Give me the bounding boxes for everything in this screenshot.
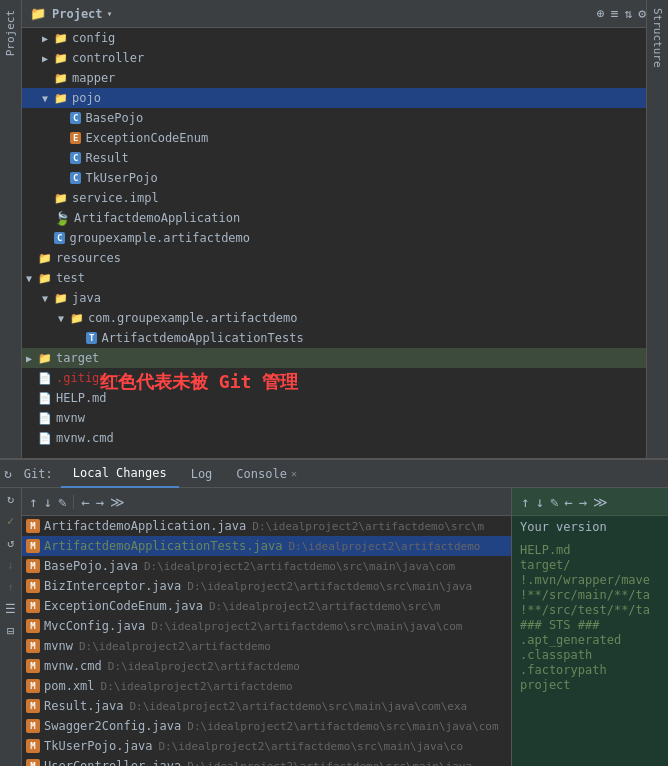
- tree-item-tkuserpojo[interactable]: ▶ C TkUserPojo: [22, 168, 668, 188]
- tree-item-config[interactable]: ▶ 📁 config: [22, 28, 668, 48]
- tree-label-group: groupexample.artifactdemo: [69, 231, 250, 245]
- rpt-more[interactable]: ≫: [593, 494, 608, 510]
- toolbar-icon-2[interactable]: ≡: [611, 6, 619, 21]
- folder-icon-target: 📁: [38, 352, 52, 365]
- tree-item-target[interactable]: ▶ 📁 target: [22, 348, 668, 368]
- bottom-refresh-icon[interactable]: ↻: [4, 466, 12, 481]
- tree-label-com-group: com.groupexample.artifactdemo: [88, 311, 298, 325]
- file-path-6: D:\idealproject2\artifactdemo: [79, 640, 271, 653]
- tree-label-basepojo: BasePojo: [85, 111, 143, 125]
- file-row-9[interactable]: M Result.java D:\idealproject2\artifactd…: [22, 696, 511, 716]
- file-row-4[interactable]: M ExceptionCodeEnum.java D:\idealproject…: [22, 596, 511, 616]
- fl-toolbar-more[interactable]: ≫: [110, 494, 125, 510]
- file-status-2: M: [26, 559, 40, 573]
- title-dropdown-arrow[interactable]: ▾: [107, 8, 113, 19]
- file-path-7: D:\idealproject2\artifactdemo: [108, 660, 300, 673]
- bottom-check-icon[interactable]: ✓: [7, 514, 14, 528]
- tree-item-basepojo[interactable]: ▶ C BasePojo: [22, 108, 668, 128]
- structure-label: Structure: [651, 0, 664, 68]
- right-line-8: .classpath: [520, 648, 660, 662]
- tree-label-pojo: pojo: [72, 91, 101, 105]
- bottom-left-icons: ↻ ✓ ↺ ↓ ↑ ☰ ⊟: [0, 488, 22, 766]
- tree-item-app[interactable]: ▶ 🍃 ArtifactdemoApplication: [22, 208, 668, 228]
- file-row-10[interactable]: M Swagger2Config.java D:\idealproject2\a…: [22, 716, 511, 736]
- structure-side-panel[interactable]: Structure: [646, 0, 668, 460]
- rpt-edit[interactable]: ✎: [550, 494, 558, 510]
- rpt-forward[interactable]: →: [579, 494, 587, 510]
- file-list-toolbar: ↑ ↓ ✎ ← → ≫: [22, 488, 511, 516]
- tree-item-exceptioncodeenum[interactable]: ▶ E ExceptionCodeEnum: [22, 128, 668, 148]
- tree-item-mvnwcmd[interactable]: ▶ 📄 mvnw.cmd: [22, 428, 668, 448]
- folder-icon-pojo: 📁: [54, 92, 68, 105]
- rpt-arrow-up[interactable]: ↑: [521, 494, 529, 510]
- bottom-expand-icon[interactable]: ↻: [7, 492, 14, 506]
- tree-item-pojo[interactable]: ▼ 📁 pojo: [22, 88, 668, 108]
- right-line-10: project: [520, 678, 660, 692]
- tab-log[interactable]: Log: [179, 460, 225, 488]
- rpt-arrow-down[interactable]: ↓: [535, 494, 543, 510]
- file-row-2[interactable]: M BasePojo.java D:\idealproject2\artifac…: [22, 556, 511, 576]
- file-path-10: D:\idealproject2\artifactdemo\src\main\j…: [187, 720, 498, 733]
- file-path-2: D:\idealproject2\artifactdemo\src\main\j…: [144, 560, 455, 573]
- tree-item-apptests[interactable]: ▶ T ArtifactdemoApplicationTests: [22, 328, 668, 348]
- file-status-1: M: [26, 539, 40, 553]
- toolbar-icon-1[interactable]: ⊕: [597, 6, 605, 21]
- file-path-9: D:\idealproject2\artifactdemo\src\main\j…: [129, 700, 467, 713]
- file-row-5[interactable]: M MvcConfig.java D:\idealproject2\artifa…: [22, 616, 511, 636]
- tab-console-close[interactable]: ✕: [291, 468, 297, 479]
- file-name-7: mvnw.cmd: [44, 659, 102, 673]
- tree-item-resources[interactable]: ▶ 📁 resources: [22, 248, 668, 268]
- tree-item-serviceimpl[interactable]: ▶ 📁 service.impl: [22, 188, 668, 208]
- tab-local-changes[interactable]: Local Changes: [61, 460, 179, 488]
- file-status-11: M: [26, 739, 40, 753]
- file-row-12[interactable]: M UserController.java D:\idealproject2\a…: [22, 756, 511, 766]
- bottom-undo-icon[interactable]: ↺: [7, 536, 14, 550]
- toolbar-icon-3[interactable]: ⇅: [625, 6, 633, 21]
- file-row-0[interactable]: M ArtifactdemoApplication.java D:\idealp…: [22, 516, 511, 536]
- tree-item-gitignore[interactable]: ▶ 📄 .gitignore: [22, 368, 668, 388]
- fl-toolbar-arrow-down[interactable]: ↓: [43, 494, 51, 510]
- file-icon-mvnw: 📄: [38, 412, 52, 425]
- file-name-6: mvnw: [44, 639, 73, 653]
- file-row-8[interactable]: M pom.xml D:\idealproject2\artifactdemo: [22, 676, 511, 696]
- right-panel-content: HELP.md target/ !.mvn/wrapper/mave !**/s…: [512, 538, 668, 766]
- tree-item-controller[interactable]: ▶ 📁 controller: [22, 48, 668, 68]
- arrow-target: ▶: [26, 353, 36, 364]
- fl-toolbar-forward[interactable]: →: [96, 494, 104, 510]
- file-row-6[interactable]: M mvnw D:\idealproject2\artifactdemo: [22, 636, 511, 656]
- tree-item-mvnw[interactable]: ▶ 📄 mvnw: [22, 408, 668, 428]
- git-label: Git:: [16, 467, 61, 481]
- tree-label-gitignore: .gitignore: [56, 371, 128, 385]
- tree-item-com-group[interactable]: ▼ 📁 com.groupexample.artifactdemo: [22, 308, 668, 328]
- fl-toolbar-edit[interactable]: ✎: [58, 494, 66, 510]
- java-icon-exception: E: [70, 132, 81, 144]
- tree-item-helpmd[interactable]: ▶ 📄 HELP.md: [22, 388, 668, 408]
- fl-toolbar-back[interactable]: ←: [81, 494, 89, 510]
- right-line-2: !.mvn/wrapper/mave: [520, 573, 660, 587]
- rpt-back[interactable]: ←: [564, 494, 572, 510]
- arrow-com-group: ▼: [58, 313, 68, 324]
- file-row-3[interactable]: M BizInterceptor.java D:\idealproject2\a…: [22, 576, 511, 596]
- file-list: M ArtifactdemoApplication.java D:\idealp…: [22, 516, 511, 766]
- right-panel: ↑ ↓ ✎ ← → ≫ Your version HELP.md target/…: [512, 488, 668, 766]
- tree-item-mapper[interactable]: ▶ 📁 mapper: [22, 68, 668, 88]
- bottom-collapse-icon[interactable]: ⊟: [7, 624, 14, 638]
- fl-toolbar-arrow-up[interactable]: ↑: [29, 494, 37, 510]
- tree-item-groupexample[interactable]: ▶ C groupexample.artifactdemo: [22, 228, 668, 248]
- tree-item-test[interactable]: ▼ 📁 test: [22, 268, 668, 288]
- file-row-1[interactable]: M ArtifactdemoApplicationTests.java D:\i…: [22, 536, 511, 556]
- tab-log-label: Log: [191, 467, 213, 481]
- file-name-9: Result.java: [44, 699, 123, 713]
- file-row-11[interactable]: M TkUserPojo.java D:\idealproject2\artif…: [22, 736, 511, 756]
- tree-item-java[interactable]: ▼ 📁 java: [22, 288, 668, 308]
- file-icon-gitignore: 📄: [38, 372, 52, 385]
- toolbar-icon-4[interactable]: ⚙: [638, 6, 646, 21]
- tab-console[interactable]: Console ✕: [224, 460, 309, 488]
- file-status-12: M: [26, 759, 40, 766]
- right-line-7: .apt_generated: [520, 633, 660, 647]
- project-side-tab[interactable]: Project: [0, 0, 22, 460]
- project-tree: ▶ 📁 config ▶ 📁 controller ▶ 📁 mapper ▼ 📁…: [22, 28, 668, 460]
- tree-item-result[interactable]: ▶ C Result: [22, 148, 668, 168]
- bottom-list-icon[interactable]: ☰: [5, 602, 16, 616]
- file-row-7[interactable]: M mvnw.cmd D:\idealproject2\artifactdemo: [22, 656, 511, 676]
